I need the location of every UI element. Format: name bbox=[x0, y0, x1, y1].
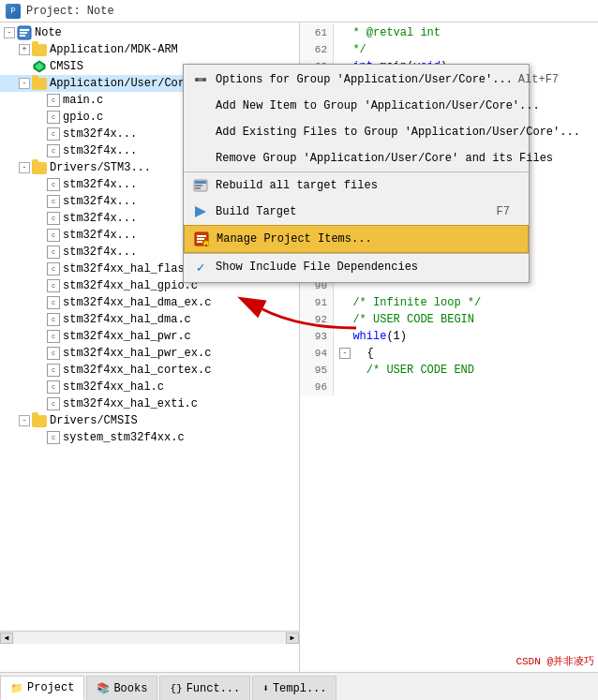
expand-note[interactable]: - bbox=[4, 27, 15, 38]
add-existing-icon bbox=[191, 123, 210, 141]
line-num-91: 91 bbox=[300, 294, 334, 311]
code-line-94: 94 - { bbox=[300, 345, 598, 362]
menu-item-manage[interactable]: ★ Manage Project Items... bbox=[184, 225, 529, 253]
file-icon-cortex: c bbox=[47, 364, 60, 377]
ph bbox=[34, 95, 45, 106]
tree-item-hal[interactable]: c stm32f4xx_hal.c bbox=[0, 379, 299, 395]
rebuild-icon bbox=[191, 176, 210, 195]
tree-label-stma: stm32f4x... bbox=[63, 178, 137, 191]
menu-item-options[interactable]: Options for Group 'Application/User/Core… bbox=[184, 67, 529, 93]
templ-tab-icon: ⬇ bbox=[262, 682, 269, 694]
tree-item-mdk[interactable]: + Application/MDK-ARM bbox=[0, 41, 299, 58]
tree-label-hal: stm32f4xx_hal.c bbox=[63, 380, 164, 394]
placeholder-cmsis bbox=[19, 61, 30, 72]
svg-rect-17 bbox=[197, 241, 202, 243]
file-icon-stmb: c bbox=[47, 195, 60, 208]
file-icon-stme: c bbox=[47, 246, 60, 259]
file-icon-stma: c bbox=[47, 178, 60, 191]
title-text: Project: Note bbox=[26, 5, 114, 18]
file-icon-pwr: c bbox=[47, 330, 60, 343]
ph bbox=[34, 314, 45, 325]
menu-item-add-new[interactable]: Add New Item to Group 'Application/User/… bbox=[184, 93, 529, 119]
code-line-91: 91 /* Infinite loop */ bbox=[300, 294, 598, 311]
tree-item-system[interactable]: c system_stm32f4xx.c bbox=[0, 429, 299, 446]
expand-drivers-cmsis[interactable]: - bbox=[19, 415, 30, 426]
file-icon-mainc: c bbox=[47, 94, 60, 107]
tree-label-note: Note bbox=[35, 26, 62, 39]
ph bbox=[34, 348, 45, 359]
file-icon-gpio: c bbox=[47, 279, 60, 292]
tree-label-stmc: stm32f4x... bbox=[63, 212, 137, 225]
svg-rect-1 bbox=[20, 29, 29, 31]
tree-label-stm1: stm32f4x... bbox=[63, 127, 137, 141]
tree-label-usercore: Application/User/Core bbox=[50, 77, 191, 90]
svg-point-7 bbox=[195, 78, 199, 82]
tree-item-hal-cortex[interactable]: c stm32f4xx_hal_cortex.c bbox=[0, 362, 299, 379]
tree-item-hal-pwr[interactable]: c stm32f4xx_hal_pwr.c bbox=[0, 328, 299, 345]
tab-books[interactable]: 📚 Books bbox=[86, 676, 157, 700]
line-num-92: 92 bbox=[300, 311, 334, 328]
h-scrollbar[interactable]: ◀ ▶ bbox=[0, 631, 299, 644]
folder-icon-cmsis bbox=[32, 415, 47, 427]
menu-item-add-existing[interactable]: Add Existing Files to Group 'Application… bbox=[184, 119, 529, 145]
line-content-94: - { bbox=[334, 347, 374, 360]
menu-label-remove: Remove Group 'Application/User/Core' and… bbox=[216, 152, 553, 165]
menu-item-rebuild[interactable]: Rebuild all target files bbox=[184, 171, 529, 199]
ph bbox=[34, 112, 45, 123]
tree-item-drivers-cmsis[interactable]: - Drivers/CMSIS bbox=[0, 412, 299, 429]
tab-label-funct: Funct... bbox=[187, 682, 241, 695]
tab-label-templ: Templ... bbox=[273, 682, 327, 695]
funct-tab-icon: {} bbox=[170, 683, 182, 694]
tree-label-stm2: stm32f4x... bbox=[63, 144, 137, 157]
project-tab-icon: 📁 bbox=[10, 682, 23, 694]
collapse-94[interactable]: - bbox=[339, 348, 351, 359]
code-line-61: 61 * @retval int bbox=[300, 24, 598, 41]
tab-templ[interactable]: ⬇ Templ... bbox=[252, 676, 336, 700]
ph bbox=[34, 263, 45, 275]
svg-rect-3 bbox=[20, 35, 25, 37]
tab-project[interactable]: 📁 Project bbox=[0, 676, 84, 700]
line-num-61: 61 bbox=[300, 24, 334, 41]
file-icon-dma-ex: c bbox=[47, 296, 60, 309]
tab-funct[interactable]: {} Funct... bbox=[159, 676, 250, 700]
expand-mdk[interactable]: + bbox=[19, 44, 30, 55]
tree-item-hal-pwr-ex[interactable]: c stm32f4xx_hal_pwr_ex.c bbox=[0, 345, 299, 362]
expand-drivers[interactable]: - bbox=[19, 162, 30, 173]
line-content-92: /* USER CODE BEGIN bbox=[334, 313, 474, 326]
menu-item-remove-group[interactable]: Remove Group 'Application/User/Core' and… bbox=[184, 145, 529, 171]
expand-usercore[interactable]: - bbox=[19, 78, 30, 89]
ph bbox=[34, 230, 45, 241]
file-icon-stm1: c bbox=[47, 127, 60, 141]
file-icon-stmc: c bbox=[47, 212, 60, 225]
menu-label-rebuild: Rebuild all target files bbox=[216, 179, 378, 192]
ph bbox=[34, 297, 45, 308]
ph bbox=[34, 145, 45, 156]
title-bar: P Project: Note bbox=[0, 0, 598, 22]
tree-item-hal-dma-ex[interactable]: c stm32f4xx_hal_dma_ex.c bbox=[0, 294, 299, 311]
code-line-93: 93 while (1) bbox=[300, 328, 598, 345]
file-icon-dma: c bbox=[47, 313, 60, 326]
tree-label-mainc: main.c bbox=[63, 94, 103, 107]
menu-item-build[interactable]: Build Target F7 bbox=[184, 199, 529, 225]
tree-item-hal-dma[interactable]: c stm32f4xx_hal_dma.c bbox=[0, 311, 299, 328]
tree-item-hal-exti[interactable]: c stm32f4xx_hal_exti.c bbox=[0, 395, 299, 412]
svg-rect-16 bbox=[197, 238, 204, 240]
tree-label-cmsis: CMSIS bbox=[50, 60, 83, 73]
file-icon-system: c bbox=[47, 431, 60, 444]
menu-item-show-include[interactable]: ✓ Show Include File Dependencies bbox=[184, 253, 529, 280]
file-icon-pwr-ex: c bbox=[47, 347, 60, 360]
ph bbox=[34, 398, 45, 410]
svg-rect-10 bbox=[195, 181, 206, 184]
tree-label-stmb: stm32f4x... bbox=[63, 195, 137, 208]
add-new-icon bbox=[191, 97, 210, 115]
tree-item-note[interactable]: - Note bbox=[0, 24, 299, 41]
tree-label-exti: stm32f4xx_hal_exti.c bbox=[63, 397, 198, 410]
tree-label-mdk: Application/MDK-ARM bbox=[50, 43, 178, 56]
scroll-right[interactable]: ▶ bbox=[286, 633, 299, 644]
tree-label-system: system_stm32f4xx.c bbox=[63, 431, 185, 444]
tree-label-drivers: Drivers/STM3... bbox=[50, 161, 151, 174]
svg-marker-13 bbox=[195, 206, 206, 217]
ph bbox=[34, 213, 45, 224]
books-tab-icon: 📚 bbox=[97, 682, 110, 694]
scroll-left[interactable]: ◀ bbox=[0, 633, 13, 644]
